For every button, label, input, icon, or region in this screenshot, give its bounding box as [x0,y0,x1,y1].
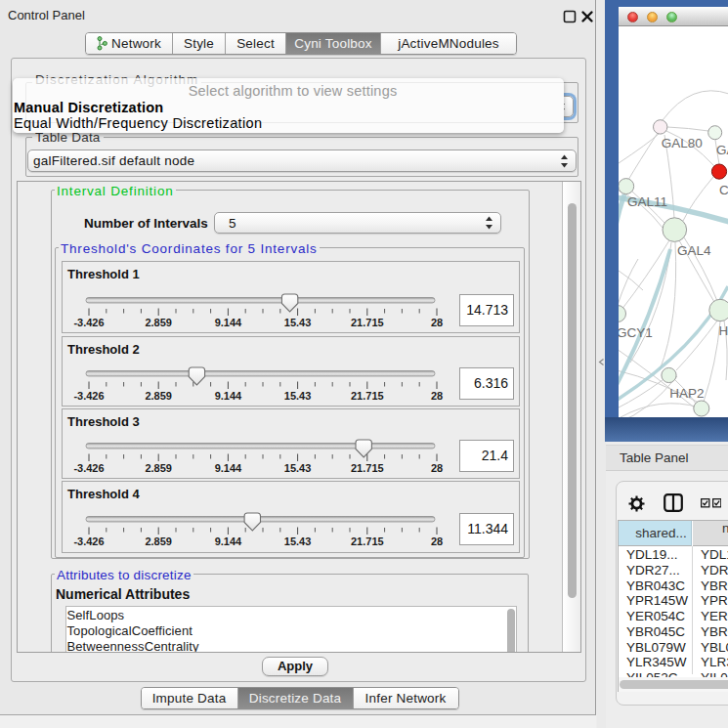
svg-text:GCY1: GCY1 [619,325,653,340]
svg-text:9.144: 9.144 [215,317,242,328]
svg-text:-3.426: -3.426 [73,535,104,547]
svg-text:2.859: 2.859 [145,462,172,474]
svg-text:15.43: 15.43 [284,462,312,474]
svg-text:28: 28 [431,535,443,547]
svg-text:GAL4: GAL4 [677,243,711,258]
svg-text:21.715: 21.715 [351,390,384,402]
svg-text:9.144: 9.144 [215,390,242,402]
svg-text:28: 28 [431,462,443,474]
svg-text:28: 28 [431,317,443,328]
svg-text:21.715: 21.715 [351,462,384,474]
svg-text:21.715: 21.715 [351,317,384,328]
svg-text:-3.426: -3.426 [73,390,104,402]
svg-text:H: H [719,323,728,338]
svg-text:9.144: 9.144 [215,462,242,474]
svg-text:9.144: 9.144 [215,535,242,547]
svg-text:15.43: 15.43 [284,535,312,547]
svg-text:21.715: 21.715 [351,535,384,547]
svg-text:2.859: 2.859 [145,390,172,402]
svg-text:-3.426: -3.426 [73,462,104,474]
svg-text:C: C [719,183,728,197]
svg-text:2.859: 2.859 [145,535,172,547]
svg-text:28: 28 [431,390,443,402]
svg-text:-3.426: -3.426 [73,317,104,328]
svg-text:15.43: 15.43 [284,390,312,402]
svg-text:GAL80: GAL80 [662,136,703,150]
svg-text:15.43: 15.43 [284,317,312,328]
svg-text:GA: GA [716,143,728,157]
svg-text:HAP2: HAP2 [669,386,704,401]
svg-text:2.859: 2.859 [145,317,172,328]
svg-text:GAL11: GAL11 [627,194,667,209]
